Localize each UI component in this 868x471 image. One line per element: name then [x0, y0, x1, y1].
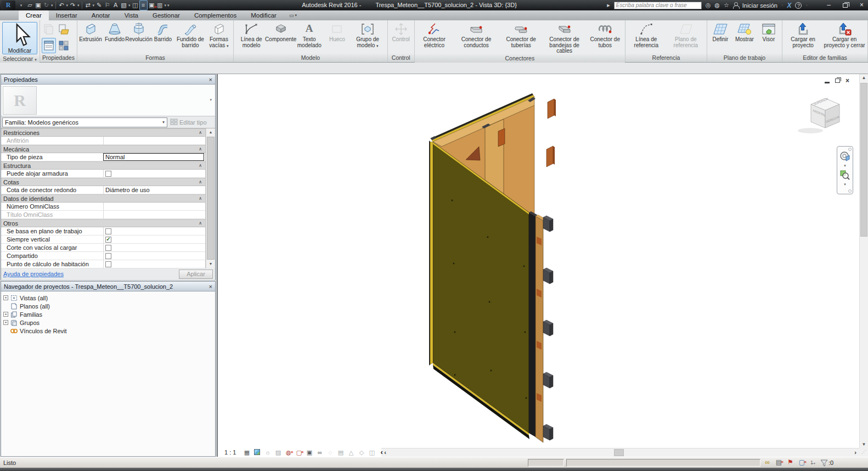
communication-center-icon[interactable]: ◍: [714, 2, 720, 9]
panel-label-plano-trabajo[interactable]: Plano de trabajo: [707, 54, 782, 62]
scrollbar-thumb[interactable]: [614, 449, 624, 456]
revolve-button[interactable]: Revolución: [127, 21, 151, 54]
wheel-dropdown-icon[interactable]: ▾: [844, 164, 846, 168]
void-forms-button[interactable]: Formas vacías ▾: [206, 21, 232, 54]
electrical-connector-button[interactable]: Conector eléctrico: [416, 21, 453, 54]
model-text-button[interactable]: A Texto modelado: [294, 21, 325, 54]
model-line-button[interactable]: Línea de modelo: [235, 21, 268, 54]
model-group-button[interactable]: Grupo de modelo ▾: [349, 21, 386, 54]
displacement-sets-icon[interactable]: ◇: [357, 448, 365, 456]
scroll-down-icon[interactable]: ▼: [860, 442, 868, 447]
collapse-icon[interactable]: ∧: [199, 196, 205, 201]
blend-button[interactable]: Fundido: [103, 21, 127, 54]
collapse-icon[interactable]: ∧: [199, 147, 205, 152]
panel-label-modelo[interactable]: Modelo: [234, 54, 387, 62]
properties-header[interactable]: Propiedades ×: [1, 75, 215, 85]
component-button[interactable]: Componente: [268, 21, 294, 54]
text-icon[interactable]: A: [111, 1, 120, 10]
shadows-icon[interactable]: ▨: [274, 448, 282, 456]
default-3d-view-icon[interactable]: ▧: [120, 1, 128, 10]
tipo-de-pieza-value[interactable]: Normal: [103, 153, 204, 161]
open-icon[interactable]: ▱: [26, 1, 34, 10]
ribbon-state-toggle[interactable]: ▭ ▾: [289, 10, 297, 20]
panel-label-formas[interactable]: Formas: [77, 54, 233, 62]
design-options-icon[interactable]: ⚑: [786, 458, 795, 467]
type-selector[interactable]: Familia: Modelos genéricos ▾: [2, 117, 167, 127]
panel-label-conectores[interactable]: Conectores: [415, 54, 625, 63]
scrollbar-thumb[interactable]: [860, 83, 867, 237]
sun-path-icon[interactable]: ☼: [263, 448, 272, 456]
duct-connector-button[interactable]: Conector de conductos: [453, 21, 500, 54]
scrollbar-thumb[interactable]: [207, 137, 215, 260]
expand-icon[interactable]: +: [3, 295, 8, 300]
collapse-icon[interactable]: ∧: [199, 130, 205, 135]
scroll-up-icon[interactable]: ▲: [860, 75, 868, 80]
modify-button[interactable]: Modificar: [2, 22, 37, 54]
panel-label-editor-familias[interactable]: Editor de familias: [782, 54, 867, 62]
property-group-estructura[interactable]: Estructura ∧: [1, 161, 205, 170]
press-drag-icon[interactable]: ↔↕: [809, 458, 818, 467]
tree-item-planos[interactable]: Planos (all): [1, 302, 215, 310]
reveal-hidden-elements-icon[interactable]: ◌: [326, 448, 334, 456]
selection-filter[interactable]: :0: [820, 459, 833, 467]
numero-omniclass-value[interactable]: [103, 203, 205, 210]
editable-only-icon[interactable]: ∞: [763, 458, 772, 467]
extrusion-button[interactable]: Extrusión: [78, 21, 103, 54]
properties-palette-button[interactable]: [42, 38, 56, 53]
load-into-project-close-button[interactable]: Cargar en proyecto y cerrar: [822, 21, 866, 54]
conduit-connector-button[interactable]: Conector de tubos: [587, 21, 624, 54]
collapse-icon[interactable]: ∧: [199, 180, 205, 184]
set-workplane-button[interactable]: Definir: [708, 21, 732, 54]
app-menu-arrow-icon[interactable]: ▾: [17, 1, 25, 10]
model-group-dropdown-icon[interactable]: ▾: [376, 44, 379, 48]
close-hidden-windows-icon[interactable]: ▣×: [148, 1, 156, 10]
worksets-field[interactable]: [528, 459, 564, 467]
checkbox[interactable]: [105, 261, 111, 267]
swept-blend-button[interactable]: Fundido de barrido: [175, 21, 206, 54]
panel-label-control[interactable]: Control: [388, 54, 414, 62]
close-button[interactable]: ×: [860, 0, 864, 10]
measure-icon[interactable]: ✎: [95, 1, 103, 10]
properties-help-link[interactable]: Ayuda de propiedades: [3, 271, 64, 277]
view3d-dropdown-icon[interactable]: ▾: [128, 3, 131, 8]
help-icon[interactable]: ?: [795, 2, 802, 9]
family-category-button[interactable]: [57, 22, 71, 37]
property-group-mecanica[interactable]: Mecánica ∧: [1, 145, 205, 153]
redo-dropdown-icon[interactable]: ▾: [77, 3, 80, 8]
drawing-area[interactable]: SUPERIOR FRONTAL DERECHA × ▾: [219, 74, 868, 457]
collapse-icon[interactable]: ∧: [199, 163, 205, 168]
panel-label-seleccionar[interactable]: Seleccionar ▾: [0, 55, 40, 63]
undo-dropdown-icon[interactable]: ▾: [66, 3, 69, 8]
thin-lines-icon[interactable]: ≡: [139, 0, 148, 10]
tag-icon[interactable]: ⚐: [103, 1, 111, 10]
panel-label-propiedades[interactable]: Propiedades: [40, 54, 77, 62]
minimize-button[interactable]: –: [827, 0, 831, 10]
crop-view-icon[interactable]: ▢×: [295, 448, 303, 456]
void-forms-dropdown-icon[interactable]: ▾: [227, 44, 229, 48]
navbar-options-icon[interactable]: [848, 189, 852, 193]
checkbox[interactable]: [105, 171, 111, 177]
switch-windows-dropdown-icon[interactable]: ▾: [165, 3, 167, 8]
expand-icon[interactable]: +: [3, 312, 8, 317]
exchange-apps-icon[interactable]: X: [787, 2, 791, 9]
view-restore-icon[interactable]: [835, 78, 840, 83]
visual-style-icon[interactable]: [254, 449, 260, 455]
temporary-view-properties-icon[interactable]: ▤: [336, 448, 345, 456]
property-group-otros[interactable]: Otros ∧: [1, 219, 205, 227]
favorites-icon[interactable]: ☆: [724, 2, 729, 9]
reveal-constraints-icon[interactable]: ◫: [368, 448, 376, 456]
section-icon[interactable]: ◫: [131, 1, 139, 10]
save-icon[interactable]: ▣: [34, 1, 42, 10]
view-close-icon[interactable]: ×: [846, 77, 849, 84]
zoom-dropdown-icon[interactable]: ▾: [844, 182, 846, 187]
sweep-button[interactable]: Barrido: [151, 21, 175, 54]
exclude-options-icon[interactable]: ▢×: [797, 458, 807, 467]
checkbox[interactable]: [105, 228, 111, 234]
analytical-model-icon[interactable]: △: [347, 448, 355, 456]
project-browser-header[interactable]: Navegador de proyectos - Trespa_Meteon__…: [1, 282, 215, 291]
design-options-field[interactable]: [566, 459, 760, 467]
sign-in-button[interactable]: Iniciar sesión: [742, 2, 777, 9]
dimension-dropdown-icon[interactable]: ▾: [93, 3, 95, 8]
horizontal-scrollbar[interactable]: ‹ ›: [381, 448, 859, 457]
tab-anotar[interactable]: Anotar: [84, 10, 117, 20]
